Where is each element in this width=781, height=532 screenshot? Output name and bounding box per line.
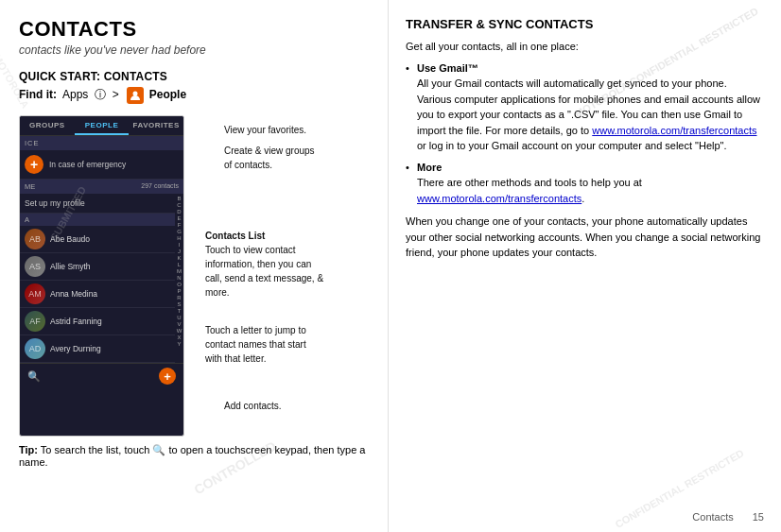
right-column: TRANSFER & SYNC CONTACTS Get all your co… bbox=[388, 0, 781, 532]
alpha-x[interactable]: X bbox=[177, 335, 181, 340]
tab-groups[interactable]: GROUPS bbox=[20, 116, 75, 135]
phone-bottom-bar: 🔍 + bbox=[20, 363, 183, 388]
alpha-u[interactable]: U bbox=[177, 315, 181, 320]
phone-tabs: GROUPS PEOPLE FAVORITES bbox=[20, 116, 183, 136]
transfer-title: TRANSFER & SYNC CONTACTS bbox=[406, 17, 764, 31]
footer-label: Contacts bbox=[692, 511, 733, 523]
alpha-i[interactable]: I bbox=[179, 242, 181, 248]
tab-favorites[interactable]: FAVORITES bbox=[129, 116, 183, 135]
alpha-s[interactable]: S bbox=[177, 301, 181, 307]
phone-area: GROUPS PEOPLE FAVORITES ICE + In case of… bbox=[19, 115, 369, 437]
alpha-b[interactable]: B bbox=[177, 196, 181, 201]
contacts-title: CONTACTS bbox=[19, 17, 369, 42]
svg-point-0 bbox=[133, 92, 138, 96]
alpha-j[interactable]: J bbox=[178, 249, 181, 254]
contact-entry-anna[interactable]: AM Anna Medina bbox=[20, 281, 175, 308]
annotation-contacts-list-body: Touch to view contactinformation, then y… bbox=[205, 245, 323, 298]
alpha-o[interactable]: O bbox=[177, 282, 182, 287]
annotation-groups-text: Create & view groupsof contacts. bbox=[224, 146, 315, 170]
annotation-favorites-text: View your favorites. bbox=[224, 125, 306, 135]
bullet-gmail-body: All your Gmail contacts will automatical… bbox=[417, 77, 760, 151]
find-it-dest: People bbox=[149, 88, 186, 101]
right-closing: When you change one of your contacts, yo… bbox=[406, 214, 764, 261]
alpha-r[interactable]: R bbox=[177, 295, 181, 300]
alpha-k[interactable]: K bbox=[177, 255, 181, 261]
annotation-groups: Create & view groupsof contacts. bbox=[224, 144, 315, 172]
annotation-letter-jump-text: Touch a letter to jump tocontact names t… bbox=[205, 325, 306, 364]
ice-bar: ICE bbox=[20, 136, 183, 150]
alpha-p[interactable]: P bbox=[177, 288, 181, 294]
emergency-plus-icon: + bbox=[25, 155, 43, 174]
annotation-letter-jump: Touch a letter to jump tocontact names t… bbox=[205, 323, 306, 366]
alpha-h[interactable]: H bbox=[177, 235, 181, 241]
tab-people[interactable]: PEOPLE bbox=[75, 116, 130, 135]
annotation-add-text: Add contacts. bbox=[224, 401, 282, 411]
quick-start-heading: QUICK START: CONTACTS bbox=[19, 70, 369, 83]
annotation-add: Add contacts. bbox=[224, 399, 282, 413]
page-wrapper: MOTOROLA CONFIDENTIAL RESTRICTED SUBMITT… bbox=[0, 0, 781, 532]
bullet-more-title: More bbox=[417, 162, 442, 173]
find-it-label: Find it: bbox=[19, 88, 57, 101]
me-label: ME bbox=[25, 182, 35, 191]
alpha-m[interactable]: M bbox=[177, 268, 182, 274]
right-intro: Get all your contacts, all in one place: bbox=[406, 39, 764, 55]
add-contact-button[interactable]: + bbox=[159, 368, 176, 385]
phone-list-area: Set up my profile A AB Abe Baudo AS Alli… bbox=[20, 194, 183, 363]
alpha-c[interactable]: C bbox=[177, 202, 181, 208]
alpha-w[interactable]: W bbox=[177, 328, 182, 334]
profile-entry[interactable]: Set up my profile bbox=[20, 194, 175, 214]
tip-text: To search the list, touch bbox=[41, 444, 150, 455]
alpha-y[interactable]: Y bbox=[177, 341, 181, 347]
annotation-contacts-list-title: Contacts List bbox=[205, 231, 265, 241]
bullet-more: More There are other methods and tools t… bbox=[406, 160, 764, 207]
avatar-abe: AB bbox=[25, 229, 45, 249]
alpha-t[interactable]: T bbox=[178, 308, 182, 314]
avatar-astrid: AF bbox=[25, 311, 45, 332]
bullet-list: Use Gmail™ All your Gmail contacts will … bbox=[406, 60, 764, 207]
contact-name-avery: Avery Durning bbox=[50, 344, 101, 353]
me-bar: ME 297 contacts bbox=[20, 180, 183, 194]
left-column: CONTACTS contacts like you've never had … bbox=[0, 0, 388, 532]
alpha-f[interactable]: F bbox=[178, 222, 182, 228]
contact-name-anna: Anna Medina bbox=[50, 289, 97, 299]
contact-list: Set up my profile A AB Abe Baudo AS Alli… bbox=[20, 194, 175, 363]
footer-page: 15 bbox=[753, 511, 764, 523]
alpha-n[interactable]: N bbox=[177, 275, 181, 281]
find-it-sep: > bbox=[113, 88, 119, 101]
link-transfer-2[interactable]: www.motorola.com/transfercontacts bbox=[417, 193, 581, 204]
bullet-more-body: There are other methods and tools to hel… bbox=[417, 177, 642, 204]
alpha-d[interactable]: D bbox=[177, 209, 181, 215]
contact-name-abe: Abe Baudo bbox=[50, 234, 90, 244]
alpha-e[interactable]: E bbox=[177, 215, 181, 221]
find-it-apps: Apps bbox=[62, 88, 88, 101]
bullet-gmail-title: Use Gmail™ bbox=[417, 62, 478, 74]
annotations-area: View your favorites. Create & view group… bbox=[196, 115, 369, 437]
phone-screen: GROUPS PEOPLE FAVORITES ICE + In case of… bbox=[19, 115, 184, 437]
emergency-entry[interactable]: + In case of emergency bbox=[20, 150, 183, 180]
contact-entry-abe[interactable]: AB Abe Baudo bbox=[20, 226, 175, 253]
avatar-anna: AM bbox=[25, 283, 45, 304]
contact-entry-allie[interactable]: AS Allie Smyth bbox=[20, 253, 175, 281]
contact-name-allie: Allie Smyth bbox=[50, 262, 91, 271]
tip-label: Tip: bbox=[19, 444, 38, 455]
find-it-line: Find it: Apps ⓘ > People bbox=[19, 87, 369, 104]
contacts-subtitle: contacts like you've never had before bbox=[19, 43, 369, 57]
contact-name-astrid: Astrid Fanning bbox=[50, 317, 102, 326]
quick-start-label: QUICK START: CONTACTS bbox=[19, 70, 167, 83]
contact-entry-avery[interactable]: AD Avery Durning bbox=[20, 335, 175, 363]
tip-section: Tip: To search the list, touch 🔍 to open… bbox=[19, 444, 369, 468]
alpha-l[interactable]: L bbox=[178, 262, 181, 267]
link-transfer-1[interactable]: www.motorola.com/transfercontacts bbox=[592, 125, 756, 136]
bullet-gmail: Use Gmail™ All your Gmail contacts will … bbox=[406, 60, 764, 154]
avatar-allie: AS bbox=[25, 256, 45, 277]
annotation-favorites: View your favorites. bbox=[224, 123, 306, 137]
alpha-v[interactable]: V bbox=[177, 321, 181, 327]
alpha-g[interactable]: G bbox=[177, 229, 182, 234]
contact-entry-astrid[interactable]: AF Astrid Fanning bbox=[20, 308, 175, 335]
annotation-contacts-list: Contacts List Touch to view contactinfor… bbox=[205, 229, 323, 300]
alphabet-sidebar: B C D E F G H I J K L M N O P bbox=[175, 194, 183, 363]
page-footer: Contacts 15 bbox=[692, 511, 764, 523]
search-icon[interactable]: 🔍 bbox=[27, 370, 41, 383]
avatar-avery: AD bbox=[25, 338, 45, 359]
me-count: 297 contacts bbox=[141, 182, 179, 191]
